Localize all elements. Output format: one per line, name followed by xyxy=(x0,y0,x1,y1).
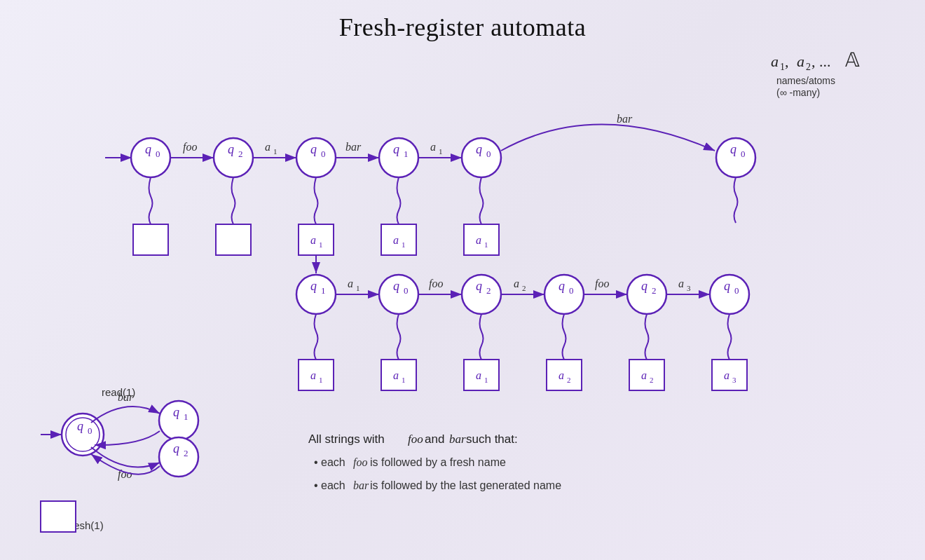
atoms-notation: a xyxy=(771,53,779,70)
svg-text:q: q xyxy=(310,279,317,293)
svg-text:0: 0 xyxy=(734,285,739,296)
svg-text:2: 2 xyxy=(652,285,657,296)
svg-text:1: 1 xyxy=(321,285,326,296)
svg-text:1: 1 xyxy=(184,411,189,422)
svg-text:2: 2 xyxy=(650,376,654,384)
svg-text:q: q xyxy=(173,442,179,456)
svg-rect-40 xyxy=(464,224,499,255)
svg-text:0: 0 xyxy=(569,285,574,296)
svg-text:is followed by a fresh name: is followed by a fresh name xyxy=(370,456,506,468)
svg-text:a: a xyxy=(348,278,353,289)
svg-text:2: 2 xyxy=(184,448,189,458)
svg-text:1: 1 xyxy=(319,240,323,249)
svg-text:a: a xyxy=(559,369,564,381)
svg-text:a: a xyxy=(265,141,270,153)
svg-text:a: a xyxy=(310,234,316,246)
svg-text:0: 0 xyxy=(321,149,326,159)
svg-text:and: and xyxy=(425,432,444,446)
svg-text:bar: bar xyxy=(449,432,466,446)
svg-text:1: 1 xyxy=(356,284,360,292)
svg-text:0: 0 xyxy=(88,425,92,436)
svg-text:q: q xyxy=(476,142,482,156)
svg-text:q: q xyxy=(145,142,151,156)
atoms-a2: a xyxy=(797,53,804,70)
atoms-sub2: 2 xyxy=(806,62,811,72)
atoms-comma: , xyxy=(785,53,789,70)
svg-text:3: 3 xyxy=(687,284,691,292)
svg-text:•  each: • each xyxy=(314,479,345,491)
svg-text:is followed by the last genera: is followed by the last generated name xyxy=(370,479,561,491)
svg-text:a: a xyxy=(678,278,684,289)
svg-text:1: 1 xyxy=(319,376,323,384)
svg-text:q: q xyxy=(310,142,317,156)
svg-text:0: 0 xyxy=(156,149,160,159)
svg-text:0: 0 xyxy=(741,149,746,159)
svg-text:a: a xyxy=(310,369,316,381)
svg-text:a: a xyxy=(430,141,436,153)
svg-rect-32 xyxy=(133,224,168,255)
atoms-sublabel: (∞ -many) xyxy=(776,87,820,98)
svg-text:All strings with: All strings with xyxy=(308,432,385,446)
svg-text:a: a xyxy=(476,369,481,381)
svg-text:1: 1 xyxy=(402,240,406,249)
svg-text:q: q xyxy=(559,279,565,293)
svg-rect-87 xyxy=(629,360,664,390)
svg-rect-34 xyxy=(299,224,334,255)
atoms-dots: , ... xyxy=(811,53,831,70)
main-diagram: a 1 , a 2 , ... 𝔸 names/atoms (∞ -many) … xyxy=(0,0,925,560)
svg-text:q: q xyxy=(393,142,399,156)
svg-text:q: q xyxy=(730,142,736,156)
svg-text:foo: foo xyxy=(183,141,197,153)
svg-text:bar: bar xyxy=(353,479,369,491)
svg-text:a: a xyxy=(514,278,519,289)
svg-text:2: 2 xyxy=(238,149,243,159)
svg-text:2: 2 xyxy=(567,376,571,384)
svg-text:q: q xyxy=(228,142,234,156)
svg-rect-108 xyxy=(41,501,76,532)
svg-text:0: 0 xyxy=(404,285,409,296)
svg-text:1: 1 xyxy=(402,376,406,384)
svg-text:bar: bar xyxy=(118,391,134,403)
svg-rect-75 xyxy=(299,360,334,390)
svg-text:1: 1 xyxy=(273,147,278,156)
svg-text:q: q xyxy=(77,419,83,433)
svg-text:•  each: • each xyxy=(314,456,345,468)
svg-text:bar: bar xyxy=(345,141,362,153)
svg-text:q: q xyxy=(173,405,179,419)
svg-text:1: 1 xyxy=(404,149,409,159)
svg-rect-84 xyxy=(547,360,582,390)
svg-text:1: 1 xyxy=(484,240,488,249)
atoms-label: names/atoms xyxy=(776,75,835,86)
svg-text:2: 2 xyxy=(522,284,526,292)
svg-text:a: a xyxy=(476,234,481,246)
svg-text:q: q xyxy=(476,279,482,293)
svg-text:1: 1 xyxy=(439,147,443,156)
atoms-sub1: 1 xyxy=(780,62,785,72)
svg-text:0: 0 xyxy=(486,149,491,159)
svg-text:a: a xyxy=(641,369,647,381)
svg-text:1: 1 xyxy=(484,376,488,384)
svg-text:foo: foo xyxy=(353,456,367,469)
svg-text:q: q xyxy=(641,279,648,293)
svg-text:foo: foo xyxy=(595,278,609,290)
svg-text:bar: bar xyxy=(617,113,633,125)
svg-text:foo: foo xyxy=(429,278,443,290)
svg-text:a: a xyxy=(724,369,729,381)
atoms-A: 𝔸 xyxy=(845,49,860,71)
svg-rect-37 xyxy=(381,224,416,255)
svg-rect-81 xyxy=(464,360,499,390)
svg-text:foo: foo xyxy=(408,432,423,446)
svg-text:q: q xyxy=(724,279,730,293)
svg-text:a: a xyxy=(393,234,399,246)
svg-rect-78 xyxy=(381,360,416,390)
svg-rect-90 xyxy=(712,360,747,390)
svg-text:a: a xyxy=(393,369,399,381)
svg-text:such that:: such that: xyxy=(466,432,518,446)
svg-text:2: 2 xyxy=(486,285,491,296)
svg-rect-33 xyxy=(216,224,251,255)
svg-text:q: q xyxy=(393,279,399,293)
svg-text:3: 3 xyxy=(732,376,736,384)
